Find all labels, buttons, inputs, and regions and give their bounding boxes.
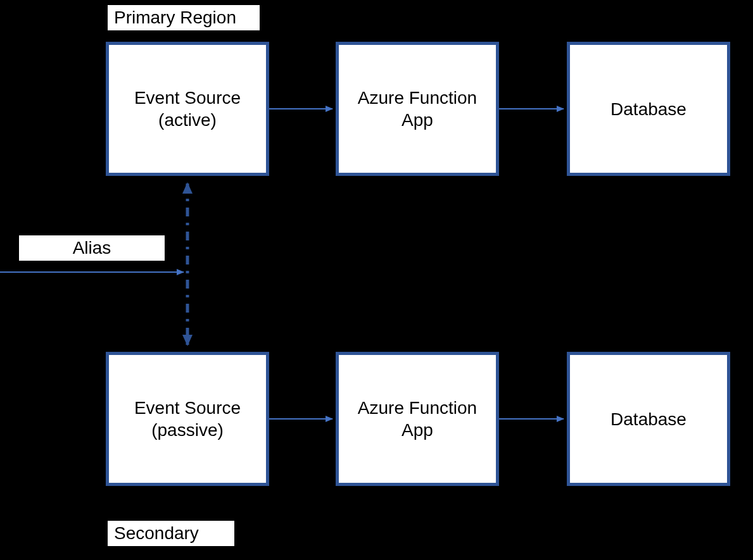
- secondary-database: Database: [567, 352, 730, 486]
- node-text: Database: [611, 408, 687, 430]
- secondary-event-source: Event Source (passive): [106, 352, 269, 486]
- primary-database: Database: [567, 42, 730, 176]
- primary-event-source: Event Source (active): [106, 42, 269, 176]
- secondary-region-label: Secondary: [108, 521, 234, 546]
- primary-region-label: Primary Region: [108, 5, 260, 30]
- node-text: Azure Function App: [358, 397, 477, 441]
- node-text: Azure Function App: [358, 87, 477, 131]
- node-text: Event Source (active): [134, 87, 241, 131]
- node-text: Database: [611, 98, 687, 120]
- alias-label: Alias: [19, 235, 165, 261]
- node-text: Event Source (passive): [134, 397, 241, 441]
- primary-function-app: Azure Function App: [336, 42, 499, 176]
- secondary-function-app: Azure Function App: [336, 352, 499, 486]
